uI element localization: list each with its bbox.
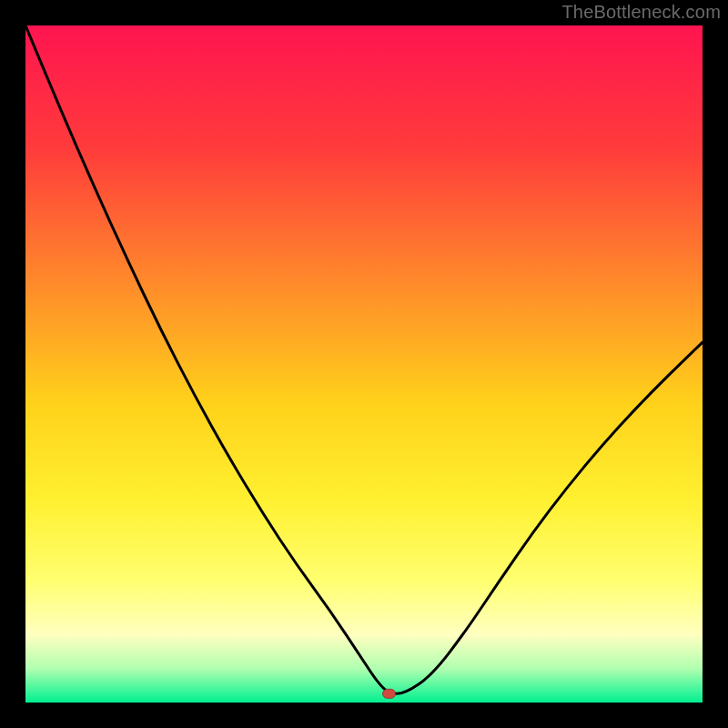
bottleneck-curve	[25, 25, 703, 703]
bottleneck-chart: TheBottleneck.com	[0, 0, 728, 728]
watermark-text: TheBottleneck.com	[561, 2, 721, 23]
optimal-marker	[383, 689, 396, 698]
plot-area	[25, 25, 703, 703]
